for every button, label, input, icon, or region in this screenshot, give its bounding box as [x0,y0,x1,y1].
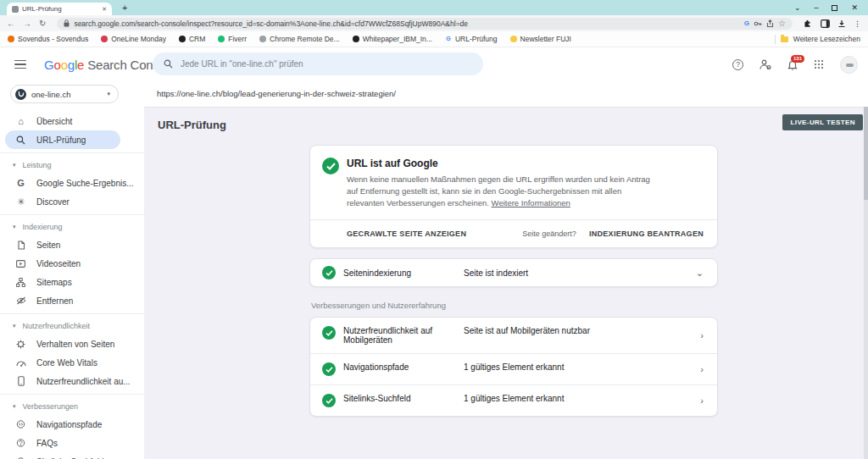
sidebar-item-nutzerfreundlichkeit-mobil[interactable]: Nutzerfreundlichkeit au... [0,372,144,390]
sidebar-item-sitelinks-suchfeld[interactable]: Sitelinks-Suchfeld [0,452,144,459]
bookmark-item[interactable]: OneLine Monday [101,35,166,43]
sidebar-item-verhalten-von-seiten[interactable]: Verhalten von Seiten [0,335,144,353]
sidebar-item-url-pruefung[interactable]: URL-Prüfung [5,130,120,149]
window-restore-button[interactable] [832,5,837,11]
success-check-icon [322,326,336,340]
password-key-icon[interactable] [754,19,762,28]
hamburger-menu-icon[interactable] [14,60,26,69]
address-bar[interactable]: search.google.com/search-console/inspect… [57,18,793,30]
help-icon[interactable]: ? [732,59,743,70]
result-title: URL ist auf Google [347,158,659,169]
scrollbar-thumb[interactable] [864,107,868,200]
bookmark-item[interactable]: CRM [179,35,205,43]
search-placeholder: Jede URL in "one-line.ch" prüfen [181,59,303,69]
account-settings-icon[interactable] [760,59,771,70]
scrollbar[interactable] [864,107,868,459]
window-minimize-button[interactable]: – [814,3,818,12]
sidebar-section-nutzerfreundlichkeit[interactable]: ▾ Nutzerfreundlichkeit [0,318,144,335]
bookmark-item[interactable]: Newsletter FUJI [510,35,571,43]
live-url-test-button[interactable]: LIVE-URL TESTEN [782,114,863,130]
chevron-down-icon: ▾ [107,91,110,97]
apps-grid-icon[interactable] [814,59,824,69]
more-bookmarks-button[interactable]: Weitere Lesezeichen [775,35,860,44]
tab-close-icon[interactable]: ✕ [102,6,107,13]
sidebar-divider [0,313,144,314]
search-icon [15,135,26,145]
sidebar-section-leistung[interactable]: ▾ Leistung [0,157,144,174]
window-close-button[interactable]: ✕ [851,3,858,12]
sidebar-item-core-web-vitals[interactable]: Core Web Vitals [0,353,144,372]
share-icon[interactable] [766,19,774,28]
sidebar: ⌂ Übersicht URL-Prüfung ▾ Leistung G Goo… [0,107,144,459]
bookmark-item[interactable]: Chrome Remote De... [259,35,340,43]
indexing-label: Seitenindexierung [343,268,456,278]
sidebar-item-google-suche-ergebnisse[interactable]: G Google Suche-Ergebnis... [0,174,144,192]
sidebar-item-entfernen[interactable]: Entfernen [0,291,144,310]
success-check-icon [322,266,336,279]
mobile-icon [15,376,26,386]
main-content: URL-Prüfung LIVE-URL TESTEN URL ist auf … [144,107,868,459]
bookmark-item[interactable]: Fiverr [218,35,247,43]
sidebar-item-seiten[interactable]: Seiten [0,235,144,254]
bookmark-item[interactable]: G URL-Prüfung [445,35,498,43]
learn-more-link[interactable]: Weitere Informationen [492,198,570,207]
sidebar-item-uebersicht[interactable]: ⌂ Übersicht [0,112,144,130]
check-row-breadcrumbs[interactable]: Navigationspfade 1 gültiges Element erka… [310,353,717,384]
window-chevron-icon[interactable]: ⌄ [794,3,801,12]
speedometer-icon [15,359,26,367]
sidebar-item-videoseiten[interactable]: Videoseiten [0,254,144,273]
inspected-url: https://one-line.ch/blog/lead-generierun… [157,81,396,107]
new-tab-button[interactable]: + [122,2,127,14]
request-indexing-button[interactable]: INDEXIERUNG BEANTRAGEN [589,230,704,238]
bookmark-star-icon[interactable]: ☆ [778,19,786,28]
url-inspection-search-input[interactable]: Jede URL in "one-line.ch" prüfen [153,53,483,75]
chevron-down-icon: ▾ [13,224,16,230]
check-row-sitelinks-searchbox[interactable]: Sitelinks-Suchfeld 1 gültiges Element er… [310,384,717,416]
success-check-icon [322,394,336,407]
forward-button[interactable]: → [23,19,31,28]
avatar[interactable] [840,56,858,74]
view-crawled-page-button[interactable]: GECRAWLTE SEITE ANZEIGEN [347,230,466,238]
bookmark-favicon [259,36,266,42]
success-check-icon [322,158,339,174]
url-result-card: URL ist auf Google Wenn keine manuellen … [309,145,718,248]
download-icon[interactable] [837,19,846,28]
browser-tab[interactable]: URL-Prüfung ✕ [7,3,112,15]
chevron-right-icon: › [700,331,704,340]
eye-off-icon [15,296,26,305]
property-row: one-line.ch ▾ https://one-line.ch/blog/l… [0,81,868,107]
chevron-right-icon: › [700,365,704,374]
enhancements-card: Nutzerfreundlichkeit auf Mobilgeräten Se… [309,317,718,417]
bookmark-favicon [510,36,517,42]
google-account-icon[interactable]: G [744,19,749,27]
sidebar-section-verbesserungen[interactable]: ▾ Verbesserungen [0,398,144,415]
notifications-bell-icon[interactable]: 131 [787,59,798,70]
reload-button[interactable]: ↻ [39,19,46,28]
bookmark-favicon: G [445,36,452,42]
bookmark-item[interactable]: Whitepaper_IBM_In... [353,35,432,43]
search-icon [164,59,173,69]
bookmarks-separator [775,35,776,44]
home-icon: ⌂ [15,117,26,126]
bookmark-favicon [218,36,225,42]
check-row-mobile-usability[interactable]: Nutzerfreundlichkeit auf Mobilgeräten Se… [310,318,717,353]
sidebar-item-faqs[interactable]: FAQs [0,434,144,452]
sidebar-item-navigationspfade[interactable]: Navigationspfade [0,415,144,434]
back-button[interactable]: ← [7,19,15,28]
sidebar-item-sitemaps[interactable]: Sitemaps [0,273,144,291]
sidebar-item-discover[interactable]: ✳ Discover [0,192,144,211]
success-check-icon [322,362,336,376]
sidebar-section-indexierung[interactable]: ▾ Indexierung [0,218,144,235]
page-changed-label: Seite geändert? [522,230,576,238]
page-title: URL-Prüfung [158,119,226,131]
side-panel-icon[interactable] [821,19,830,28]
bookmark-item[interactable]: Sovendus - Sovendus [8,35,88,43]
extensions-puzzle-icon[interactable] [804,19,813,28]
bookmark-favicon [101,36,108,42]
browser-menu-icon[interactable]: ⋮ [854,19,861,28]
chevron-down-icon: ▾ [13,323,16,329]
property-selector[interactable]: one-line.ch ▾ [10,85,119,103]
page-indexing-row[interactable]: Seitenindexierung Seite ist indexiert ⌄ [309,258,718,287]
page-experience-icon [15,340,26,349]
sitemap-icon [15,278,26,287]
